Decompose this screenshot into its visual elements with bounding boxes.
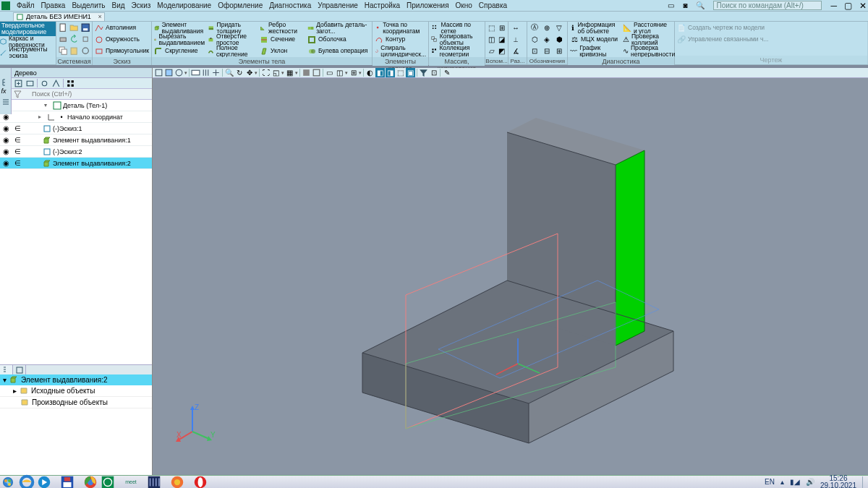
- vt-c[interactable]: ⊞: [349, 68, 358, 77]
- include-icon[interactable]: ∈: [12, 159, 22, 167]
- vt-filter[interactable]: [419, 68, 428, 77]
- vt-j[interactable]: ✎: [442, 68, 451, 77]
- vt-ortho[interactable]: ◱: [271, 68, 281, 77]
- menu-view[interactable]: Вид: [112, 1, 125, 9]
- menu-apps[interactable]: Приложения: [407, 1, 449, 9]
- ann2[interactable]: ⊕: [542, 22, 552, 33]
- visibility-icon[interactable]: ◉: [1, 136, 11, 144]
- vt-a[interactable]: ▭: [325, 68, 334, 77]
- tray-clock[interactable]: 15:26 29.10.2021: [820, 475, 856, 489]
- vt-e[interactable]: ◧: [375, 68, 385, 77]
- collection[interactable]: Коллекция геометрии: [431, 46, 482, 56]
- include-icon[interactable]: ∈: [12, 124, 22, 132]
- mode-solid[interactable]: Твердотельное моделирование: [0, 22, 56, 36]
- layers-icon[interactable]: [1, 97, 10, 106]
- menu-diag[interactable]: Диагностика: [269, 1, 311, 9]
- vt-shade1[interactable]: [302, 68, 311, 77]
- tray-up-icon[interactable]: ▴: [780, 478, 784, 486]
- boolean[interactable]: Булева операция: [307, 46, 370, 56]
- vt-i[interactable]: ⊡: [429, 68, 438, 77]
- contour[interactable]: Контур: [375, 34, 426, 45]
- undo-icon[interactable]: [69, 34, 78, 44]
- continuity[interactable]: ∿Проверка непрерывности: [623, 46, 672, 56]
- menu-edit[interactable]: Правка: [41, 1, 66, 9]
- dist-angle[interactable]: 📐Расстояние и угол: [623, 22, 672, 33]
- tree-icon[interactable]: [1, 78, 10, 87]
- camera-icon[interactable]: ◙: [683, 1, 687, 9]
- full-fillet[interactable]: Полное скругление: [208, 46, 257, 56]
- dim2[interactable]: ⟂: [511, 34, 521, 44]
- menu-manage[interactable]: Управление: [318, 1, 358, 9]
- props-icon[interactable]: [81, 46, 90, 56]
- fx-icon[interactable]: fx: [1, 87, 10, 96]
- ann3[interactable]: ▽: [554, 22, 564, 33]
- ann8[interactable]: ⊟: [542, 46, 552, 56]
- add-part[interactable]: Добавить деталь-загот...: [307, 22, 370, 33]
- tb-save[interactable]: [59, 476, 75, 487]
- tray-vol-icon[interactable]: 🔊: [806, 478, 814, 486]
- vt-h[interactable]: ▣: [406, 68, 415, 77]
- vt-b[interactable]: ◫: [335, 68, 344, 77]
- prop-row-derived[interactable]: Производные объекты: [0, 397, 152, 408]
- mass-props[interactable]: ⚖МЦХ модели: [570, 34, 621, 45]
- tree-origin[interactable]: ◉ ▸ • Начало координат: [0, 111, 152, 123]
- doc-tab[interactable]: Деталь БЕЗ ИМЕНИ1 ×: [13, 12, 105, 21]
- cut-extrude[interactable]: Вырезать выдавливанием: [154, 34, 205, 45]
- command-search[interactable]: Поиск по командам (Alt+/): [713, 1, 822, 10]
- menu-select[interactable]: Выделить: [72, 1, 105, 9]
- aux3[interactable]: ◫: [488, 34, 495, 44]
- tb-chrome[interactable]: [82, 476, 98, 487]
- collision[interactable]: ⚠Проверка коллизий: [623, 34, 672, 45]
- vt-zoom[interactable]: 🔍: [224, 68, 234, 77]
- tree-root[interactable]: ▾ Деталь (Тел-1): [0, 100, 152, 111]
- menu-file[interactable]: Файл: [17, 1, 35, 9]
- redo-icon[interactable]: [81, 34, 90, 44]
- menu-window[interactable]: Окно: [456, 1, 472, 9]
- vt-pan[interactable]: ✥: [244, 68, 254, 77]
- vt-3[interactable]: [174, 68, 184, 77]
- vt-fit[interactable]: ⛶: [261, 68, 271, 77]
- thicken[interactable]: Придать толщину: [208, 22, 257, 33]
- view-triad[interactable]: Z X Y: [174, 403, 218, 446]
- start-button[interactable]: [1, 476, 17, 488]
- copy-icon[interactable]: [59, 46, 67, 56]
- tree-search[interactable]: [23, 90, 150, 98]
- tb-wmp[interactable]: [36, 476, 52, 487]
- tt-5[interactable]: [66, 79, 75, 88]
- tb-app1[interactable]: [146, 476, 162, 487]
- vt-2[interactable]: [164, 68, 174, 77]
- section[interactable]: Сечение: [260, 34, 305, 45]
- menu-help[interactable]: Справка: [479, 1, 507, 9]
- vt-f[interactable]: ◨: [386, 68, 395, 77]
- aux1[interactable]: ⬚: [488, 22, 495, 33]
- filter-icon[interactable]: [14, 90, 22, 98]
- rectangle[interactable]: Прямоугольник: [95, 46, 149, 56]
- tree-sketch2[interactable]: ◉ ∈ (-)Эскиз:2: [0, 146, 152, 158]
- tree-extrude2[interactable]: ◉ ∈ Элемент выдавливания:2: [0, 158, 152, 169]
- open-icon[interactable]: [69, 22, 78, 33]
- circle[interactable]: Окружность: [95, 34, 149, 45]
- ann4[interactable]: ⬡: [529, 34, 540, 44]
- extrude[interactable]: Элемент выдавливания: [154, 22, 205, 33]
- mode-sketch-tools[interactable]: Инструменты эскиза: [0, 47, 56, 58]
- pattern-grid[interactable]: Массив по сетке: [431, 22, 482, 33]
- tt-4[interactable]: [51, 79, 61, 88]
- menu-model[interactable]: Моделирование: [157, 1, 211, 9]
- ann5[interactable]: ◈: [542, 34, 552, 44]
- curvature[interactable]: 〰График кривизны: [570, 46, 621, 56]
- tt-1[interactable]: [14, 79, 23, 88]
- print-icon[interactable]: [59, 34, 67, 44]
- tt-3[interactable]: [40, 79, 49, 88]
- point-coord[interactable]: Точка по координатам: [375, 22, 426, 33]
- save-icon[interactable]: [81, 22, 90, 33]
- vt-persp[interactable]: ▦: [285, 68, 294, 77]
- vt-5[interactable]: [201, 68, 210, 77]
- vt-4[interactable]: [191, 68, 200, 77]
- aux6[interactable]: ◩: [498, 46, 506, 56]
- draft[interactable]: Уклон: [260, 46, 305, 56]
- aux4[interactable]: ◪: [498, 34, 506, 44]
- copy-obj[interactable]: Копировать объекты: [431, 34, 482, 45]
- visibility-icon[interactable]: ◉: [1, 124, 11, 132]
- prop-tab-1[interactable]: [0, 365, 13, 375]
- include-icon[interactable]: ∈: [12, 136, 22, 144]
